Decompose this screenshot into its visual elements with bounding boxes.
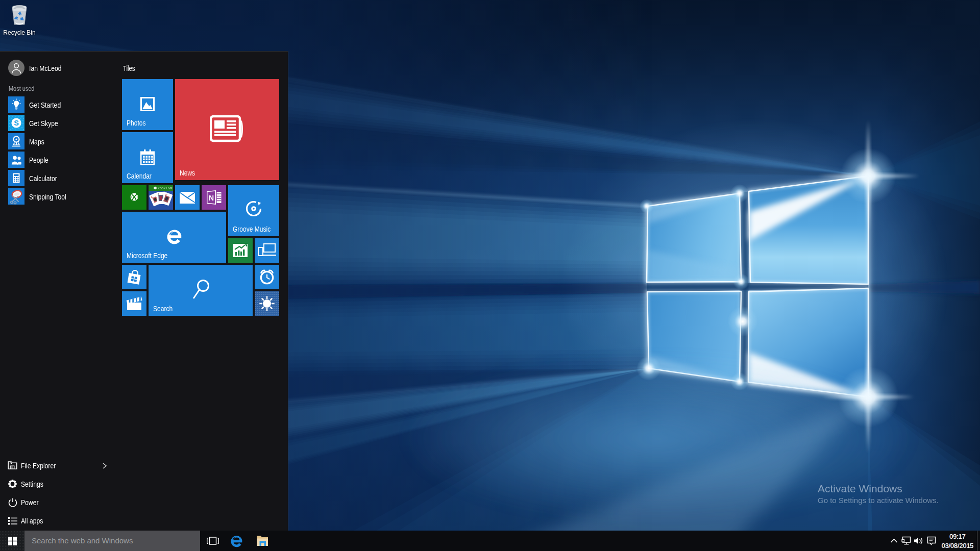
svg-text:N: N [209, 194, 214, 202]
svg-text:XBOX LIVE: XBOX LIVE [158, 187, 173, 190]
svg-text:S: S [14, 119, 19, 127]
